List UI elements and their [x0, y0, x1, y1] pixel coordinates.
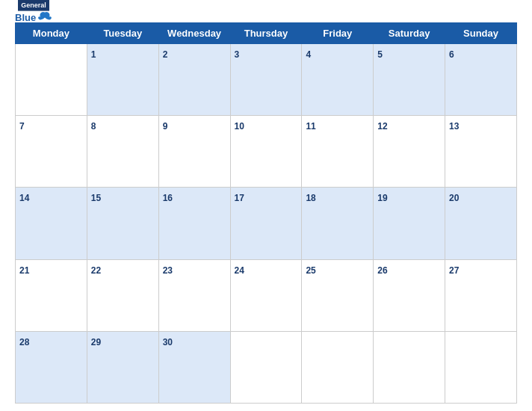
- calendar-cell: 26: [374, 259, 445, 331]
- calendar-cell: 5: [374, 44, 445, 116]
- calendar-header: General Blue: [15, 7, 517, 16]
- calendar-cell: [230, 331, 302, 403]
- calendar-cell: 3: [230, 44, 302, 116]
- weekday-monday: Monday: [16, 23, 87, 44]
- calendar-cell: 24: [230, 259, 302, 331]
- calendar-cell: 30: [158, 331, 230, 403]
- calendar-cell: 28: [16, 331, 87, 403]
- calendar-cell: 4: [302, 44, 374, 116]
- calendar-cell: 8: [87, 116, 158, 188]
- calendar-cell: 19: [374, 188, 445, 259]
- weekday-sunday: Sunday: [445, 23, 517, 44]
- weekday-friday: Friday: [302, 23, 374, 44]
- calendar-table: MondayTuesdayWednesdayThursdayFridaySatu…: [15, 22, 517, 404]
- calendar-cell: 21: [16, 259, 87, 331]
- calendar-week-row: 282930: [16, 331, 517, 403]
- calendar-cell: 9: [158, 116, 230, 188]
- calendar-cell: [445, 331, 517, 403]
- day-number: 20: [449, 193, 459, 203]
- day-number: 17: [235, 193, 244, 203]
- calendar-cell: 23: [158, 259, 230, 331]
- calendar-cell: 20: [445, 188, 517, 259]
- calendar-cell: 27: [445, 259, 517, 331]
- day-number: 19: [377, 193, 387, 203]
- logo-general: General: [18, 0, 49, 10]
- day-number: 23: [163, 265, 173, 276]
- day-number: 30: [163, 337, 173, 347]
- day-number: 8: [91, 121, 96, 132]
- weekday-header-row: MondayTuesdayWednesdayThursdayFridaySatu…: [16, 23, 517, 44]
- day-number: 12: [377, 121, 387, 132]
- day-number: 10: [235, 121, 244, 132]
- day-number: 29: [91, 337, 101, 347]
- day-number: 11: [306, 121, 315, 132]
- day-number: 9: [163, 121, 168, 132]
- day-number: 14: [19, 193, 29, 203]
- calendar-cell: 10: [230, 116, 302, 188]
- logo-blue-text: Blue: [15, 12, 36, 23]
- calendar-cell: 25: [302, 259, 374, 331]
- day-number: 3: [235, 49, 240, 60]
- day-number: 6: [449, 49, 454, 60]
- day-number: 22: [91, 265, 101, 276]
- calendar-cell: 2: [158, 44, 230, 116]
- calendar-cell: 11: [302, 116, 374, 188]
- day-number: 5: [377, 49, 383, 60]
- day-number: 26: [377, 265, 387, 276]
- calendar-cell: 14: [16, 188, 87, 259]
- calendar-cell: [374, 331, 445, 403]
- calendar-cell: 13: [445, 116, 517, 188]
- calendar-cell: 12: [374, 116, 445, 188]
- logo-bird-icon: [37, 10, 52, 24]
- calendar-cell: 17: [230, 188, 302, 259]
- day-number: 28: [19, 337, 29, 347]
- calendar-cell: 29: [87, 331, 158, 403]
- logo: General Blue: [15, 0, 52, 24]
- calendar-cell: [302, 331, 374, 403]
- day-number: 1: [91, 49, 96, 60]
- day-number: 21: [19, 265, 29, 276]
- day-number: 25: [306, 265, 315, 276]
- day-number: 24: [235, 265, 244, 276]
- calendar-cell: 16: [158, 188, 230, 259]
- day-number: 2: [163, 49, 168, 60]
- day-number: 15: [91, 193, 101, 203]
- weekday-wednesday: Wednesday: [158, 23, 230, 44]
- calendar-cell: 15: [87, 188, 158, 259]
- calendar-week-row: 21222324252627: [16, 259, 517, 331]
- weekday-saturday: Saturday: [374, 23, 445, 44]
- calendar-cell: 22: [87, 259, 158, 331]
- day-number: 27: [449, 265, 459, 276]
- day-number: 13: [449, 121, 459, 132]
- day-number: 7: [19, 121, 25, 132]
- weekday-thursday: Thursday: [230, 23, 302, 44]
- day-number: 4: [306, 49, 311, 60]
- calendar-week-row: 78910111213: [16, 116, 517, 188]
- calendar-week-row: 14151617181920: [16, 188, 517, 259]
- calendar-cell: 7: [16, 116, 87, 188]
- day-number: 18: [306, 193, 315, 203]
- calendar-cell: 18: [302, 188, 374, 259]
- calendar-cell: 6: [445, 44, 517, 116]
- calendar-cell: [16, 44, 87, 116]
- weekday-tuesday: Tuesday: [87, 23, 158, 44]
- day-number: 16: [163, 193, 173, 203]
- calendar-week-row: 123456: [16, 44, 517, 116]
- calendar-cell: 1: [87, 44, 158, 116]
